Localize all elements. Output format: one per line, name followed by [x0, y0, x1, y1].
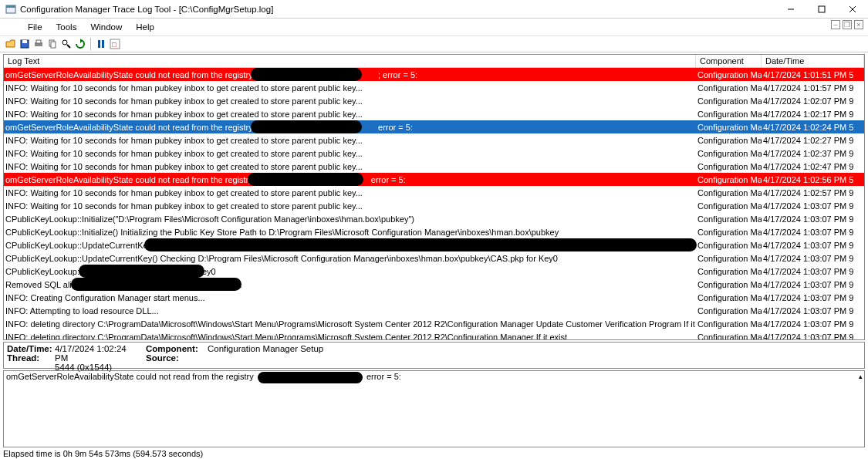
log-datetime: 4/17/2024 1:02:17 PM 9 [762, 110, 864, 119]
log-row[interactable]: INFO: Waiting for 10 seconds for hman pu… [4, 94, 864, 107]
save-icon[interactable] [19, 38, 31, 50]
log-row[interactable]: INFO: Waiting for 10 seconds for hman pu… [4, 133, 864, 147]
detail-component-value: Configuration Manager Setup [208, 344, 861, 353]
log-datetime: 4/17/2024 1:03:07 PM 9 [762, 293, 864, 302]
log-datetime: 4/17/2024 1:01:57 PM 9 [762, 83, 864, 93]
log-text: INFO: Waiting for 10 seconds for hman pu… [5, 149, 363, 158]
title-bar: Configuration Manager Trace Log Tool - [… [0, 0, 868, 19]
status-bar: Elapsed time is 0h 9m 54s 573ms (594.573… [3, 449, 203, 458]
log-row[interactable]: INFO: Waiting for 10 seconds for hman pu… [4, 81, 864, 94]
log-component: Configuration Mar [696, 96, 762, 106]
log-text: Removed SQL alia [5, 280, 76, 289]
toolbar-sep [90, 38, 91, 50]
log-row[interactable]: omGetServerRoleAvailabilityState could n… [4, 120, 864, 133]
log-row[interactable]: omGetServerRoleAvailabilityState could n… [4, 173, 864, 186]
log-row[interactable]: CPublicKeyLookup::UpdateCurrentKeyConfig… [4, 238, 864, 251]
detail-datetime-label: Date/Time: [7, 344, 49, 353]
app-icon [5, 3, 17, 15]
log-text: INFO: Waiting for 10 seconds for hman pu… [5, 188, 363, 197]
log-component: Configuration Mar [696, 228, 762, 237]
log-row[interactable]: INFO: deleting directory C:\ProgramData\… [4, 330, 864, 339]
svg-text:□: □ [112, 41, 117, 49]
log-text: INFO: Waiting for 10 seconds for hman pu… [5, 110, 363, 119]
log-component: Configuration Mar [696, 241, 762, 250]
log-rows[interactable]: ▴ ▾ omGetServerRoleAvailabilityState cou… [4, 68, 864, 339]
log-text: INFO: Waiting for 10 seconds for hman pu… [5, 83, 363, 93]
svg-rect-9 [36, 40, 41, 43]
find-icon[interactable] [60, 38, 73, 50]
log-row[interactable]: INFO: Waiting for 10 seconds for hman pu… [4, 186, 864, 199]
log-component: Configuration Mar [696, 280, 762, 289]
mdi-close[interactable]: × [854, 20, 863, 29]
log-datetime: 4/17/2024 1:02:47 PM 9 [762, 162, 864, 171]
log-row[interactable]: INFO: Waiting for 10 seconds for hman pu… [4, 147, 864, 160]
menu-help[interactable]: Help [130, 21, 160, 33]
log-datetime: 4/17/2024 1:02:57 PM 9 [762, 188, 864, 197]
col-datetime[interactable]: Date/Time [762, 55, 864, 67]
log-component: Configuration Mar [696, 123, 762, 132]
print-icon[interactable] [32, 38, 45, 50]
log-datetime: 4/17/2024 1:02:37 PM 9 [762, 149, 864, 158]
detail-source-label: Source: [146, 353, 201, 363]
svg-rect-14 [98, 40, 100, 48]
log-component: Configuration Mar [696, 201, 762, 211]
log-component: Configuration Mar [696, 70, 762, 79]
log-datetime: 4/17/2024 1:03:07 PM 9 [762, 267, 864, 276]
log-text: INFO: Waiting for 10 seconds for hman pu… [5, 136, 363, 145]
errorlookup-icon[interactable]: □ [109, 38, 121, 50]
log-row[interactable]: CPublicKeyLookup::Initialize() Initializ… [4, 225, 864, 238]
open-icon[interactable] [5, 38, 17, 50]
log-datetime: 4/17/2024 1:02:07 PM 9 [762, 96, 864, 106]
toolbar: □ [0, 35, 868, 52]
log-row[interactable]: INFO: Creating Configuration Manager sta… [4, 291, 864, 304]
col-component[interactable]: Component [696, 55, 762, 67]
log-text: CPublicKeyLookup::UpdateCurrentKey() Che… [5, 254, 558, 263]
log-row[interactable]: INFO: Waiting for 10 seconds for hman pu… [4, 107, 864, 120]
log-row[interactable]: INFO: Waiting for 10 seconds for hman pu… [4, 199, 864, 212]
log-datetime: 4/17/2024 1:02:56 PM 5 [762, 175, 864, 184]
message-pre: omGetServerRoleAvailabilityState could n… [6, 372, 254, 381]
log-text: CPublicKeyLookup::Initialize("D:\Program… [5, 214, 414, 224]
svg-point-12 [62, 40, 67, 45]
copy-icon[interactable] [46, 38, 59, 50]
log-row[interactable]: Removed SQL alia successfully.Configurat… [4, 278, 864, 291]
log-row[interactable]: CPublicKeyLookup::UpdateCurrentKey() Che… [4, 251, 864, 265]
log-component: Configuration Mar [696, 267, 762, 276]
menu-tools[interactable]: Tools [50, 21, 83, 33]
log-row[interactable]: INFO: Waiting for 10 seconds for hman pu… [4, 160, 864, 173]
col-logtext[interactable]: Log Text [4, 55, 696, 67]
detail-component-label: Component: [146, 344, 201, 353]
log-datetime: 4/17/2024 1:03:07 PM 9 [762, 228, 864, 237]
log-text-extra: ; error = 5: [376, 70, 417, 79]
log-row[interactable]: INFO: deleting directory C:\ProgramData\… [4, 317, 864, 330]
mdi-minimize[interactable]: – [831, 20, 840, 29]
log-component: Configuration Mar [696, 293, 762, 302]
pause-icon[interactable] [95, 38, 107, 50]
message-post: error = 5: [366, 372, 401, 381]
message-panel[interactable]: omGetServerRoleAvailabilityState could n… [3, 370, 865, 447]
log-datetime: 4/17/2024 1:03:07 PM 9 [762, 332, 864, 340]
log-header: Log Text Component Date/Time [4, 55, 864, 68]
log-text: INFO: Creating Configuration Manager sta… [5, 293, 205, 302]
log-component: Configuration Mar [696, 319, 762, 329]
svg-rect-3 [819, 6, 825, 12]
log-row[interactable]: INFO: Attempting to load resource DLL...… [4, 304, 864, 317]
close-button[interactable] [837, 0, 868, 19]
mdi-restore[interactable]: ❐ [843, 20, 852, 29]
minimize-button[interactable] [775, 0, 806, 19]
refresh-icon[interactable] [74, 38, 86, 50]
log-row[interactable]: omGetServerRoleAvailabilityState could n… [4, 68, 864, 81]
menu-window[interactable]: Window [84, 21, 128, 33]
menu-file[interactable]: File [22, 21, 49, 33]
log-text: CPublicKeyLookup::UpdateCurrentKey() Upd… [5, 267, 216, 276]
svg-rect-7 [22, 40, 27, 43]
log-datetime: 4/17/2024 1:03:07 PM 9 [762, 201, 864, 211]
msg-scroll-up-icon[interactable]: ▴ [859, 373, 863, 380]
log-datetime: 4/17/2024 1:03:07 PM 9 [762, 214, 864, 224]
maximize-button[interactable] [806, 0, 837, 19]
log-component: Configuration Mar [696, 306, 762, 316]
mdi-controls: – ❐ × [831, 20, 863, 29]
log-row[interactable]: CPublicKeyLookup::Initialize("D:\Program… [4, 212, 864, 225]
log-row[interactable]: CPublicKeyLookup::UpdateCurrentKey() Upd… [4, 265, 864, 278]
log-component: Configuration Mar [696, 175, 762, 184]
